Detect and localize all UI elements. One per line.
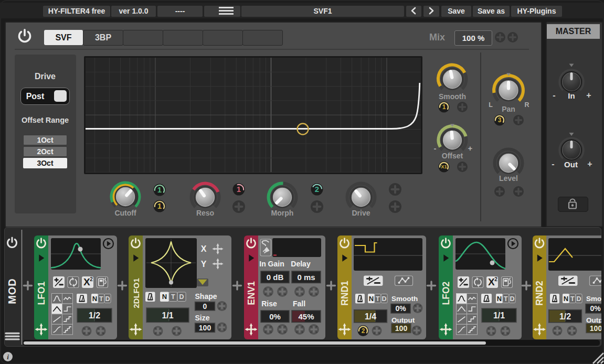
- svg-text:Output: Output: [586, 316, 604, 324]
- svg-text:+: +: [587, 159, 592, 168]
- svg-text:Pan: Pan: [502, 105, 515, 113]
- svg-text:-: -: [553, 91, 555, 100]
- svg-text:1/4: 1/4: [365, 312, 376, 321]
- svg-text:N: N: [497, 295, 502, 303]
- svg-text:0%: 0%: [269, 312, 281, 321]
- svg-text:1/1: 1/1: [493, 311, 505, 320]
- svg-text:Drive: Drive: [352, 209, 370, 217]
- svg-text:Out: Out: [564, 160, 578, 169]
- svg-text:45%: 45%: [298, 312, 314, 321]
- svg-text:N: N: [564, 295, 568, 303]
- svg-text:1/1: 1/1: [162, 311, 173, 320]
- svg-text:i: i: [7, 353, 9, 361]
- svg-text:T: T: [376, 295, 380, 303]
- svg-text:Delay: Delay: [291, 260, 311, 268]
- svg-text:In: In: [568, 91, 575, 100]
- svg-text:X1: X1: [441, 164, 447, 169]
- svg-text:2: 2: [90, 276, 93, 282]
- svg-text:Output: Output: [391, 316, 415, 324]
- svg-text:0%: 0%: [590, 304, 601, 313]
- svg-text:D: D: [382, 295, 387, 303]
- svg-text:+: +: [468, 144, 473, 153]
- svg-text:Drive: Drive: [35, 72, 56, 81]
- svg-text:Offset Range: Offset Range: [22, 116, 69, 124]
- svg-text:L: L: [489, 101, 493, 109]
- svg-text:Y: Y: [201, 260, 207, 269]
- svg-text:In Gain: In Gain: [259, 260, 284, 268]
- svg-text:D: D: [179, 293, 184, 301]
- svg-text:-: -: [434, 144, 437, 153]
- svg-text:T: T: [570, 295, 575, 303]
- svg-text:X: X: [201, 244, 207, 253]
- svg-text:-: -: [552, 159, 554, 168]
- svg-text:T: T: [171, 293, 175, 301]
- svg-text:Level: Level: [499, 174, 518, 183]
- svg-text:2: 2: [494, 276, 497, 282]
- svg-text:0 dB: 0 dB: [267, 273, 284, 282]
- svg-text:Smooth: Smooth: [391, 295, 418, 303]
- svg-text:Smooth: Smooth: [586, 295, 604, 303]
- svg-text:Cutoff: Cutoff: [114, 209, 136, 217]
- svg-text:Morph: Morph: [271, 209, 294, 217]
- svg-text:X: X: [83, 276, 90, 287]
- svg-text:0: 0: [203, 302, 207, 311]
- svg-text:3: 3: [498, 116, 502, 124]
- svg-text:Reso: Reso: [196, 209, 214, 217]
- svg-text:N: N: [369, 295, 374, 303]
- svg-text:100: 100: [395, 324, 408, 333]
- svg-text:2: 2: [315, 185, 319, 194]
- svg-text:N: N: [92, 295, 97, 303]
- svg-text:Fall: Fall: [293, 299, 305, 308]
- svg-text:Rise: Rise: [261, 299, 277, 308]
- svg-text:1/2: 1/2: [559, 312, 571, 321]
- svg-text:Shape: Shape: [195, 292, 217, 301]
- svg-text:Smooth: Smooth: [439, 92, 466, 101]
- svg-text:+: +: [586, 91, 591, 100]
- svg-text:100: 100: [199, 324, 211, 332]
- svg-text:N: N: [162, 293, 167, 301]
- svg-text:1: 1: [157, 185, 162, 194]
- svg-text:D: D: [510, 295, 515, 303]
- svg-text:Post: Post: [26, 92, 45, 101]
- svg-text:Size: Size: [195, 314, 210, 322]
- svg-text:100: 100: [590, 324, 602, 333]
- svg-text:2: 2: [362, 327, 365, 335]
- svg-text:D: D: [105, 295, 110, 303]
- svg-text:Offset: Offset: [442, 152, 463, 160]
- svg-text:T: T: [504, 295, 508, 303]
- svg-text:1: 1: [237, 185, 241, 194]
- svg-text:1: 1: [442, 103, 446, 111]
- svg-text:0%: 0%: [395, 304, 406, 313]
- svg-text:D: D: [577, 295, 581, 303]
- svg-text:X: X: [488, 276, 495, 287]
- svg-text:Mix: Mix: [429, 32, 445, 42]
- svg-text:T: T: [99, 295, 103, 303]
- svg-text:0 ms: 0 ms: [297, 273, 315, 282]
- svg-text:R: R: [524, 101, 529, 109]
- svg-text:1: 1: [157, 201, 162, 210]
- svg-text:1/2: 1/2: [89, 311, 100, 320]
